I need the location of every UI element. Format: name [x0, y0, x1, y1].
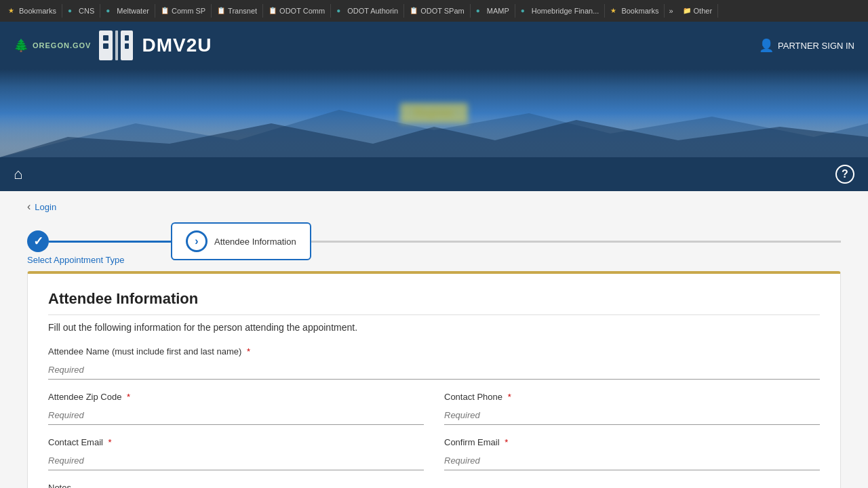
- nav-bar: ⌂ ?: [0, 157, 868, 191]
- site-header: 🌲 OREGON.GOV DMV2U 👤 PARTNER SIGN IN: [0, 22, 868, 69]
- bookmark-icon: 📋: [410, 7, 418, 15]
- tab-odotspam[interactable]: 📋 ODOT SPam: [404, 4, 471, 18]
- more-tabs-button[interactable]: »: [665, 4, 677, 18]
- main-content: ‹ Login ✓ › Attendee Information Select …: [14, 191, 854, 488]
- required-asterisk: *: [108, 437, 112, 447]
- breadcrumb[interactable]: ‹ Login: [27, 191, 841, 222]
- hero-blurred-label: Register: [400, 103, 468, 123]
- tab-other[interactable]: 📁 Other: [677, 4, 719, 18]
- tab-meltwater[interactable]: ● Meltwater: [100, 4, 155, 18]
- contact-phone-label: Contact Phone *: [444, 392, 820, 402]
- step1-container: ✓: [27, 230, 49, 252]
- confirm-email-label: Confirm Email *: [444, 437, 820, 447]
- home-icon[interactable]: ⌂: [14, 165, 22, 183]
- globe-icon: ●: [106, 7, 114, 15]
- person-icon: 👤: [759, 38, 774, 53]
- site-logo: 🌲 OREGON.GOV DMV2U: [14, 27, 212, 64]
- svg-rect-1: [115, 30, 118, 60]
- tab-odotauth[interactable]: ● ODOT Authorin: [331, 4, 404, 18]
- required-asterisk: *: [247, 346, 250, 357]
- svg-rect-5: [125, 35, 129, 41]
- tab-bookmarks2[interactable]: ★ Bookmarks: [605, 4, 665, 18]
- dmv-icon: [98, 27, 135, 64]
- browser-tab-bar: ★ Bookmarks ● CNS ● Meltwater 📋 Comm SP …: [0, 0, 868, 22]
- required-asterisk: *: [127, 392, 130, 402]
- back-arrow-icon: ‹: [27, 201, 31, 213]
- form-title: Attendee Information: [48, 290, 820, 315]
- stepper-connector-2: [311, 241, 841, 243]
- tab-cns[interactable]: ● CNS: [62, 4, 100, 18]
- star-icon: ★: [8, 7, 16, 15]
- attendee-name-group: Attendee Name (must include first and la…: [48, 346, 820, 380]
- zip-code-group: Attendee Zip Code *: [48, 392, 424, 425]
- contact-email-group: Contact Email *: [48, 437, 424, 470]
- attendee-name-input[interactable]: [48, 361, 820, 380]
- globe-icon: ●: [521, 7, 529, 15]
- bookmark-icon: 📁: [683, 7, 691, 15]
- contact-email-label: Contact Email *: [48, 437, 424, 447]
- help-icon[interactable]: ?: [835, 165, 854, 184]
- step2-circle: ›: [186, 230, 208, 252]
- step1-circle: ✓: [27, 230, 49, 252]
- tab-homebridge[interactable]: ● Homebridge Finan...: [515, 4, 606, 18]
- attendee-name-label: Attendee Name (must include first and la…: [48, 346, 820, 357]
- star-icon: ★: [610, 7, 618, 15]
- contact-phone-group: Contact Phone *: [444, 392, 820, 425]
- tree-icon: 🌲: [14, 38, 28, 53]
- svg-rect-3: [103, 35, 108, 41]
- required-asterisk: *: [508, 392, 511, 402]
- step1-label: Select Appointment Type: [27, 255, 125, 265]
- notes-group: Notes: [48, 483, 820, 488]
- zip-label: Attendee Zip Code *: [48, 392, 424, 402]
- bookmark-icon: 📋: [217, 7, 225, 15]
- tab-odotcomm[interactable]: 📋 ODOT Comm: [263, 4, 331, 18]
- attendee-info-form: Attendee Information Fill out the follow…: [27, 271, 841, 488]
- confirm-email-group: Confirm Email *: [444, 437, 820, 470]
- svg-rect-6: [125, 43, 129, 49]
- coin-icon: ●: [336, 7, 344, 15]
- required-asterisk: *: [505, 437, 508, 447]
- partner-sign-in-link[interactable]: 👤 PARTNER SIGN IN: [759, 38, 854, 53]
- svg-rect-4: [103, 43, 108, 49]
- globe-icon: ●: [68, 7, 76, 15]
- tab-commsp[interactable]: 📋 Comm SP: [155, 4, 212, 18]
- confirm-email-input[interactable]: [444, 451, 820, 470]
- notes-label: Notes: [48, 483, 820, 488]
- zip-phone-row: Attendee Zip Code * Contact Phone *: [48, 392, 820, 437]
- step2-container: › Attendee Information: [171, 222, 311, 260]
- attendee-zip-input[interactable]: [48, 406, 424, 425]
- oregon-logo: 🌲 OREGON.GOV: [14, 38, 91, 53]
- breadcrumb-login-link[interactable]: Login: [35, 202, 56, 212]
- hero-banner: Register: [0, 69, 868, 157]
- globe-icon: ●: [476, 7, 484, 15]
- step2-label: Attendee Information: [214, 237, 296, 247]
- tab-mamp[interactable]: ● MAMP: [471, 4, 515, 18]
- contact-phone-input[interactable]: [444, 406, 820, 425]
- contact-email-input[interactable]: [48, 451, 424, 470]
- tab-bookmarks1[interactable]: ★ Bookmarks: [3, 4, 62, 18]
- bookmark-icon: 📋: [161, 7, 169, 15]
- email-row: Contact Email * Confirm Email *: [48, 437, 820, 483]
- tab-transnet[interactable]: 📋 Transnet: [212, 4, 263, 18]
- bookmark-icon: 📋: [269, 7, 277, 15]
- form-description: Fill out the following information for t…: [48, 322, 820, 333]
- progress-stepper: ✓ › Attendee Information Select Appointm…: [27, 222, 841, 260]
- stepper-connector-1: [49, 241, 171, 243]
